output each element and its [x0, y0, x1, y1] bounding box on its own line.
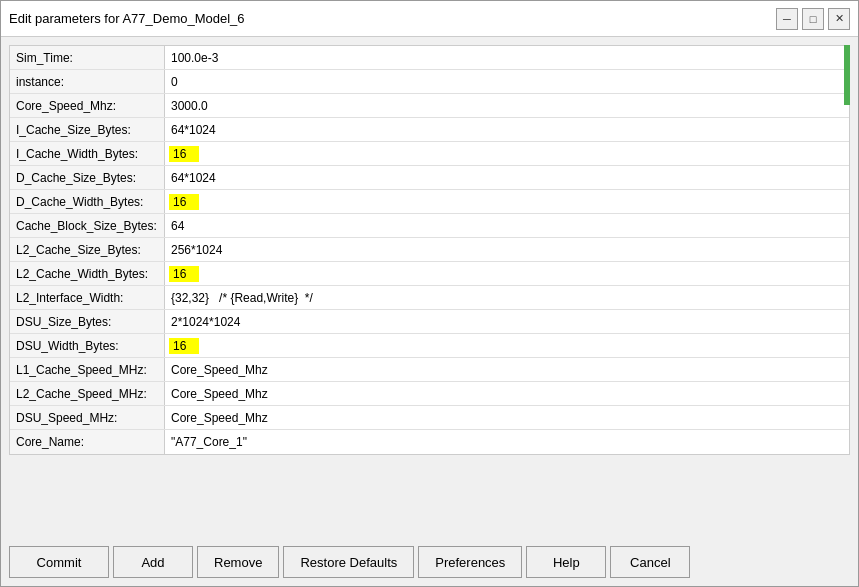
param-value-cell: 16 — [165, 142, 849, 165]
param-value-input[interactable] — [169, 218, 845, 234]
table-row: DSU_Width_Bytes:16 — [10, 334, 849, 358]
table-row: Core_Speed_Mhz: — [10, 94, 849, 118]
param-value-cell: 16 — [165, 334, 849, 357]
title-bar: Edit parameters for A77_Demo_Model_6 ─ □… — [1, 1, 858, 37]
param-label: DSU_Width_Bytes: — [10, 334, 165, 357]
green-scroll-indicator — [844, 45, 850, 105]
param-value-cell — [165, 430, 849, 454]
param-value-cell — [165, 166, 849, 189]
param-label: D_Cache_Size_Bytes: — [10, 166, 165, 189]
remove-button[interactable]: Remove — [197, 546, 279, 578]
param-value-input[interactable] — [169, 362, 845, 378]
param-value-cell — [165, 286, 849, 309]
param-value-input[interactable] — [169, 50, 845, 66]
window-controls: ─ □ ✕ — [776, 8, 850, 30]
param-value-input[interactable] — [169, 386, 845, 402]
table-row: I_Cache_Width_Bytes:16 — [10, 142, 849, 166]
window-title: Edit parameters for A77_Demo_Model_6 — [9, 11, 245, 26]
table-row: instance: — [10, 70, 849, 94]
param-value-highlight: 16 — [169, 266, 199, 282]
param-label: I_Cache_Width_Bytes: — [10, 142, 165, 165]
param-value-cell — [165, 46, 849, 69]
param-value-cell — [165, 406, 849, 429]
preferences-button[interactable]: Preferences — [418, 546, 522, 578]
param-value-highlight: 16 — [169, 146, 199, 162]
table-row: L2_Cache_Speed_MHz: — [10, 382, 849, 406]
table-row: DSU_Speed_MHz: — [10, 406, 849, 430]
param-value-input[interactable] — [169, 122, 845, 138]
param-value-cell — [165, 94, 849, 117]
param-value-input[interactable] — [169, 314, 845, 330]
param-value-cell — [165, 358, 849, 381]
cancel-button[interactable]: Cancel — [610, 546, 690, 578]
param-label: Core_Name: — [10, 430, 165, 454]
param-label: Cache_Block_Size_Bytes: — [10, 214, 165, 237]
param-label: L2_Cache_Width_Bytes: — [10, 262, 165, 285]
param-label: Sim_Time: — [10, 46, 165, 69]
param-value-cell: 16 — [165, 262, 849, 285]
table-row: L2_Cache_Width_Bytes:16 — [10, 262, 849, 286]
add-button[interactable]: Add — [113, 546, 193, 578]
commit-button[interactable]: Commit — [9, 546, 109, 578]
param-value-input[interactable] — [169, 434, 845, 450]
params-table: Sim_Time:instance:Core_Speed_Mhz:I_Cache… — [9, 45, 850, 455]
minimize-button[interactable]: ─ — [776, 8, 798, 30]
button-bar: Commit Add Remove Restore Defaults Prefe… — [9, 538, 850, 580]
param-value-cell: 16 — [165, 190, 849, 213]
table-row: L2_Cache_Size_Bytes: — [10, 238, 849, 262]
params-wrapper: Sim_Time:instance:Core_Speed_Mhz:I_Cache… — [9, 45, 850, 538]
table-row: DSU_Size_Bytes: — [10, 310, 849, 334]
param-label: instance: — [10, 70, 165, 93]
param-value-input[interactable] — [169, 170, 845, 186]
table-row: Core_Name: — [10, 430, 849, 454]
param-value-cell — [165, 310, 849, 333]
table-row: Sim_Time: — [10, 46, 849, 70]
param-label: D_Cache_Width_Bytes: — [10, 190, 165, 213]
param-value-input[interactable] — [169, 98, 845, 114]
main-window: Edit parameters for A77_Demo_Model_6 ─ □… — [0, 0, 859, 587]
param-label: Core_Speed_Mhz: — [10, 94, 165, 117]
param-value-input[interactable] — [169, 410, 845, 426]
content-area: Sim_Time:instance:Core_Speed_Mhz:I_Cache… — [1, 37, 858, 586]
help-button[interactable]: Help — [526, 546, 606, 578]
restore-defaults-button[interactable]: Restore Defaults — [283, 546, 414, 578]
table-row: L1_Cache_Speed_MHz: — [10, 358, 849, 382]
param-label: DSU_Size_Bytes: — [10, 310, 165, 333]
param-label: L2_Cache_Size_Bytes: — [10, 238, 165, 261]
table-row: L2_Interface_Width: — [10, 286, 849, 310]
table-row: D_Cache_Width_Bytes:16 — [10, 190, 849, 214]
param-label: I_Cache_Size_Bytes: — [10, 118, 165, 141]
param-label: DSU_Speed_MHz: — [10, 406, 165, 429]
param-label: L2_Interface_Width: — [10, 286, 165, 309]
param-value-cell — [165, 382, 849, 405]
param-value-cell — [165, 238, 849, 261]
param-value-highlight: 16 — [169, 194, 199, 210]
param-label: L2_Cache_Speed_MHz: — [10, 382, 165, 405]
maximize-button[interactable]: □ — [802, 8, 824, 30]
param-value-cell — [165, 70, 849, 93]
param-value-cell — [165, 118, 849, 141]
table-row: Cache_Block_Size_Bytes: — [10, 214, 849, 238]
param-value-cell — [165, 214, 849, 237]
param-label: L1_Cache_Speed_MHz: — [10, 358, 165, 381]
param-value-input[interactable] — [169, 242, 845, 258]
table-row: D_Cache_Size_Bytes: — [10, 166, 849, 190]
table-row: I_Cache_Size_Bytes: — [10, 118, 849, 142]
param-value-input[interactable] — [169, 74, 845, 90]
param-value-highlight: 16 — [169, 338, 199, 354]
param-value-input[interactable] — [169, 290, 845, 306]
close-button[interactable]: ✕ — [828, 8, 850, 30]
